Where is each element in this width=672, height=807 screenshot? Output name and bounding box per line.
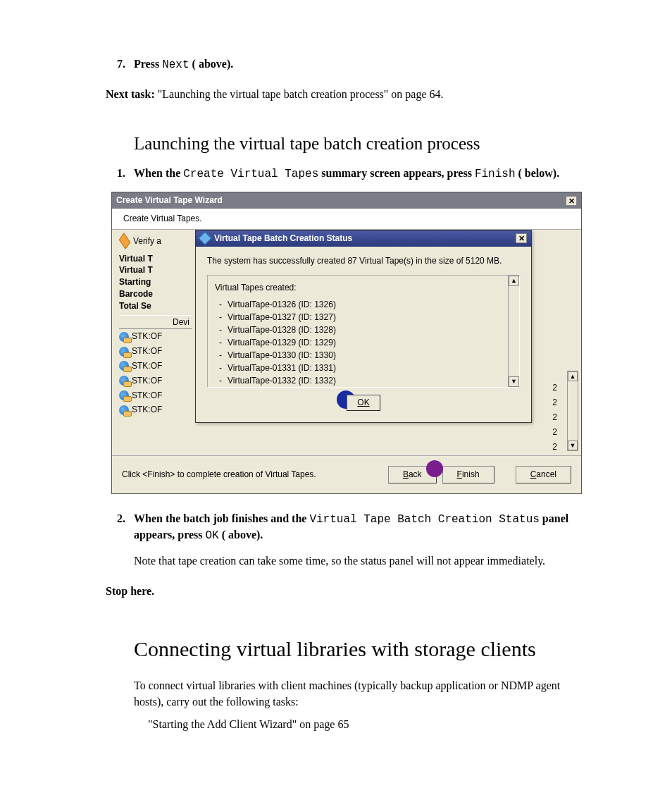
step-number: 2. xyxy=(117,511,125,526)
device-icon xyxy=(119,347,129,357)
verify-text: Verify a xyxy=(133,235,161,247)
ok-button[interactable]: OK xyxy=(347,395,380,411)
reference-line: "Starting the Add Client Wizard" on page… xyxy=(148,717,587,732)
list-item: VirtualTape-01332 (ID: 1332) xyxy=(215,374,512,387)
scroll-down-icon[interactable]: ▼ xyxy=(568,441,578,450)
device-row[interactable]: STK:OF xyxy=(119,329,192,344)
list-item: VirtualTape-01330 (ID: 1330) xyxy=(215,349,512,362)
step-number: 7. xyxy=(117,56,125,72)
step2-code: Virtual Tape Batch Creation Status xyxy=(309,513,539,526)
scroll-up-icon[interactable]: ▲ xyxy=(568,371,578,381)
wizard-titlebar[interactable]: Create Virtual Tape Wizard ✕ xyxy=(112,192,581,209)
wizard-title-text: Create Virtual Tape Wizard xyxy=(116,195,223,207)
wizard-subheader: Create Virtual Tapes. xyxy=(112,209,581,230)
summary-label: Starting xyxy=(119,276,192,288)
close-icon[interactable]: ✕ xyxy=(566,196,577,206)
step2-post: ( above). xyxy=(219,529,263,541)
wizard-window: Create Virtual Tape Wizard ✕ Create Virt… xyxy=(111,192,582,493)
device-header: Devi xyxy=(119,315,192,330)
dialog-body: The system has successfully created 87 V… xyxy=(196,247,531,423)
section-heading: Launching the virtual tape batch creatio… xyxy=(134,131,587,156)
device-icon xyxy=(119,405,129,415)
device-row[interactable]: STK:OF xyxy=(119,359,192,374)
dialog-title-text: Virtual Tape Batch Creation Status xyxy=(214,233,352,245)
intro-paragraph: To connect virtual libraries with client… xyxy=(134,678,587,710)
dialog-list-header: Virtual Tapes created: xyxy=(215,281,512,294)
close-icon[interactable]: ✕ xyxy=(516,233,527,243)
step2-pre: When the batch job finishes and the xyxy=(134,512,309,524)
device-icon xyxy=(119,361,129,371)
scroll-up-icon[interactable]: ▲ xyxy=(509,276,519,286)
wizard-footer: Click <Finish> to complete creation of V… xyxy=(112,455,581,493)
dialog-list: Virtual Tapes created: VirtualTape-01326… xyxy=(207,275,520,388)
next-task-line: Next task: "Launching the virtual tape b… xyxy=(106,87,587,102)
device-row[interactable]: STK:OF xyxy=(119,402,192,417)
dialog-app-icon xyxy=(198,231,212,245)
step1-code: Create Virtual Tapes xyxy=(183,168,318,180)
doc-step-2: 2. When the batch job finishes and the V… xyxy=(134,511,587,544)
wizard-right-panel: 2 2 2 2 2 2 ▲ ▼ Virtual Tape Batch Creat… xyxy=(195,230,581,455)
step1-mid: summary screen appears, press xyxy=(318,167,475,179)
note-paragraph: Note that tape creation can take some ti… xyxy=(134,553,587,569)
step1-pre: When the xyxy=(134,167,183,179)
cancel-button[interactable]: Cancel xyxy=(516,466,571,483)
summary-label: Total Se xyxy=(119,300,192,312)
dialog-scrollbar[interactable]: ▲ ▼ xyxy=(508,276,519,387)
summary-label: Virtual T xyxy=(119,253,192,265)
doc-step-7: 7. Press Next ( above). xyxy=(134,56,587,73)
doc-step-1: 1. When the Create Virtual Tapes summary… xyxy=(134,166,587,182)
step1-post: ( below). xyxy=(518,167,560,179)
summary-label: Barcode xyxy=(119,288,192,300)
device-row[interactable]: STK:OF xyxy=(119,388,192,403)
status-dialog: Virtual Tape Batch Creation Status ✕ The… xyxy=(195,230,532,423)
dialog-message: The system has successfully created 87 V… xyxy=(207,255,520,267)
callout-marker-purple xyxy=(426,460,443,477)
wizard-left-panel: Verify a Virtual T Virtual T Starting Ba… xyxy=(112,230,195,455)
next-task-label: Next task: xyxy=(106,88,158,100)
finish-button[interactable]: Finish xyxy=(442,466,494,483)
step7-post: ( above). xyxy=(189,58,234,70)
list-item: VirtualTape-01331 (ID: 1331) xyxy=(215,362,512,374)
device-row[interactable]: STK:OF xyxy=(119,344,192,359)
summary-label: Virtual T xyxy=(119,264,192,276)
list-item: VirtualTape-01326 (ID: 1326) xyxy=(215,298,512,311)
step2-code2: OK xyxy=(206,529,219,542)
main-heading: Connecting virtual libraries with storag… xyxy=(134,634,587,664)
step-number: 1. xyxy=(117,166,125,181)
step1-code2: Finish xyxy=(475,168,516,180)
dialog-titlebar[interactable]: Virtual Tape Batch Creation Status ✕ xyxy=(196,230,531,247)
scroll-down-icon[interactable]: ▼ xyxy=(509,376,519,387)
scrollbar[interactable]: ▲ ▼ xyxy=(567,371,578,451)
device-icon xyxy=(119,376,129,386)
list-item: VirtualTape-01329 (ID: 1329) xyxy=(215,336,512,349)
stop-here: Stop here. xyxy=(106,584,587,599)
footer-hint: Click <Finish> to complete creation of V… xyxy=(122,469,382,481)
device-icon xyxy=(119,332,129,342)
step7-code: Next xyxy=(162,58,189,71)
device-row[interactable]: STK:OF xyxy=(119,374,192,388)
step7-pre: Press xyxy=(134,58,162,70)
wizard-body: Verify a Virtual T Virtual T Starting Ba… xyxy=(112,230,581,455)
diamond-icon xyxy=(119,233,130,250)
list-item: VirtualTape-01327 (ID: 1327) xyxy=(215,311,512,324)
list-item: VirtualTape-01328 (ID: 1328) xyxy=(215,324,512,336)
verify-row: Verify a xyxy=(119,235,192,247)
device-icon xyxy=(119,390,129,400)
next-task-text: "Launching the virtual tape batch creati… xyxy=(158,88,444,100)
